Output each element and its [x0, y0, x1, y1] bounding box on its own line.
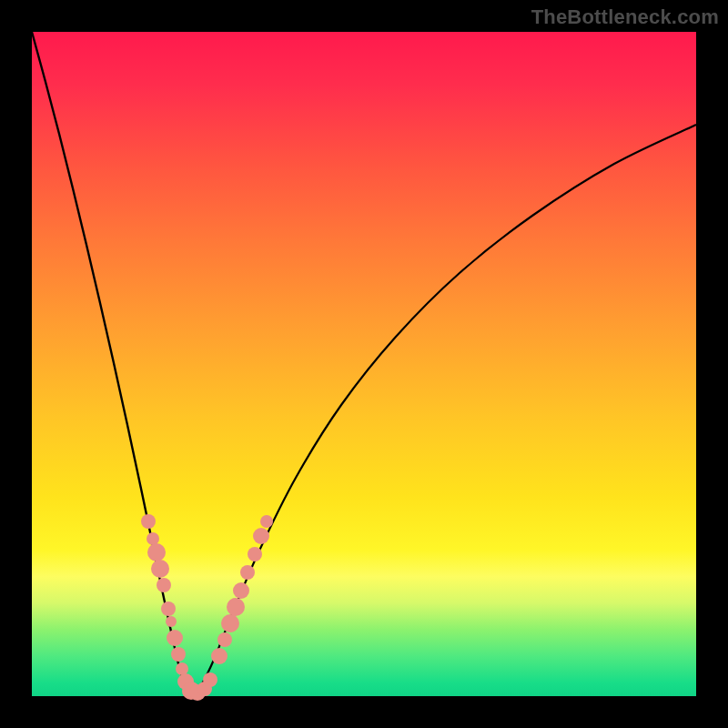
highlight-dot: [217, 632, 232, 647]
highlight-dot: [147, 532, 159, 545]
curve-left-branch: [32, 32, 192, 696]
highlight-dot: [253, 528, 269, 544]
highlight-dot: [227, 598, 245, 616]
highlight-dot: [167, 630, 183, 646]
highlight-dot: [141, 514, 156, 529]
highlight-dot: [248, 547, 262, 561]
highlight-dot: [157, 578, 171, 592]
highlight-dot: [240, 565, 255, 580]
highlight-dot: [176, 662, 188, 675]
curve-left-path: [32, 32, 192, 696]
highlight-dot: [151, 560, 169, 578]
highlight-dot: [171, 647, 186, 662]
watermark-text: TheBottleneck.com: [531, 5, 719, 29]
highlight-dot: [147, 543, 166, 561]
highlight-dot: [161, 602, 176, 616]
highlight-dot: [260, 515, 273, 528]
bottleneck-curve-svg: [32, 32, 696, 696]
highlight-dot: [166, 616, 177, 627]
highlight-dot: [203, 672, 217, 687]
curve-right-branch: [192, 125, 696, 696]
highlight-dot: [211, 648, 228, 664]
curve-right-path: [192, 125, 696, 696]
chart-plot-area: [32, 32, 696, 696]
highlight-dot: [221, 614, 239, 632]
highlight-dot: [233, 582, 249, 599]
